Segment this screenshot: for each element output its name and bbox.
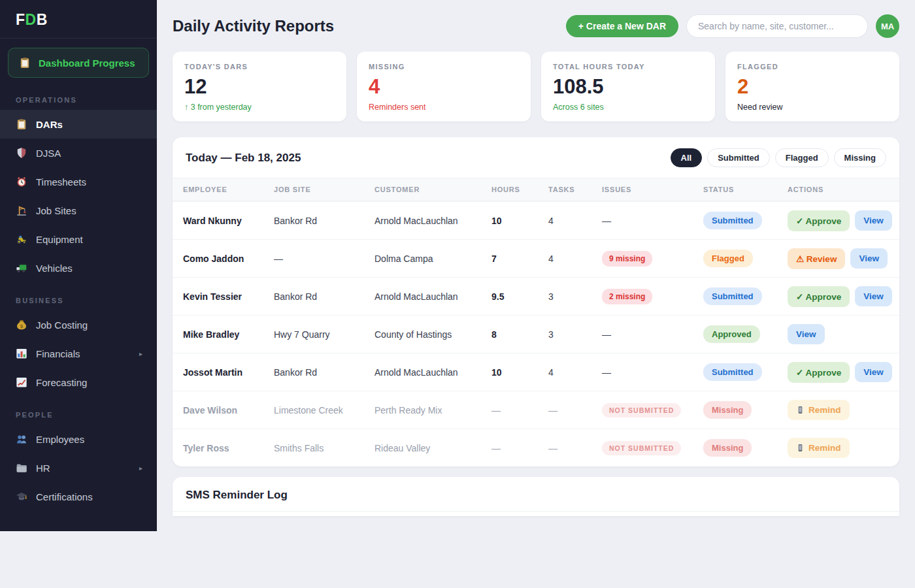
filter-all[interactable]: All — [671, 148, 703, 167]
hours-cell: 7 — [491, 253, 548, 264]
stat-value: 4 — [369, 75, 519, 99]
logo-letter-f: F — [16, 11, 25, 28]
row-actions: Remind — [788, 438, 899, 458]
hours-cell: 10 — [491, 216, 548, 226]
filter-flagged[interactable]: Flagged — [775, 148, 829, 167]
stat-subtext: Reminders sent — [369, 103, 519, 112]
approve-button[interactable]: ✓ Approve — [788, 362, 850, 383]
customer-cell: Perth Ready Mix — [374, 405, 491, 416]
status-badge: Missing — [703, 439, 752, 457]
sidebar-item-hr[interactable]: HR ▸ — [0, 453, 157, 482]
remind-button[interactable]: Remind — [788, 400, 850, 420]
customer-cell: Arnold MacLauchlan — [374, 216, 491, 226]
stat-label: FLAGGED — [737, 63, 888, 71]
sidebar-item-financials[interactable]: Financials ▸ — [0, 339, 157, 368]
remind-button[interactable]: Remind — [788, 438, 850, 458]
tasks-cell: — — [548, 443, 602, 453]
sidebar-item-vehicles[interactable]: Vehicles — [0, 253, 157, 282]
employee-name: Como Jaddon — [183, 253, 274, 264]
top-bar: Daily Activity Reports + Create a New DA… — [173, 14, 899, 38]
job-site-cell: Bankor Rd — [274, 216, 374, 226]
table-header-bar: Today — Feb 18, 2025 All Submitted Flagg… — [173, 137, 899, 178]
customer-cell: Rideau Valley — [374, 443, 491, 453]
column-header-employee: EMPLOYEE — [183, 186, 274, 193]
stat-card-flagged: FLAGGED 2 Need review — [725, 52, 899, 122]
stat-label: MISSING — [369, 63, 519, 71]
issues-badge: NOT SUBMITTED — [602, 403, 681, 417]
view-button[interactable]: View — [850, 248, 888, 269]
column-header-status: STATUS — [703, 186, 788, 193]
tasks-cell: 4 — [548, 216, 602, 226]
sidebar-item-label: Vehicles — [36, 263, 73, 274]
phone-icon — [796, 444, 805, 452]
sidebar-item-label: Forecasting — [36, 377, 87, 388]
user-avatar[interactable]: MA — [876, 14, 899, 38]
column-header-actions: ACTIONS — [788, 186, 899, 193]
dar-table-card: Today — Feb 18, 2025 All Submitted Flagg… — [173, 137, 899, 466]
sidebar-item-forecasting[interactable]: Forecasting — [0, 368, 157, 397]
dashboard-progress-button[interactable]: Dashboard Progress — [8, 48, 149, 78]
sidebar-item-label: Timesheets — [36, 176, 86, 188]
sms-reminder-log-card: SMS Reminder Log — [173, 477, 899, 516]
divider — [173, 511, 899, 512]
view-button[interactable]: View — [855, 362, 892, 382]
customer-cell: Arnold MacLauchlan — [374, 291, 491, 302]
job-site-cell: Bankor Rd — [274, 291, 374, 302]
stat-subtext: Need review — [737, 103, 888, 112]
stat-card-todays-dars: TODAY'S DARS 12 ↑ 3 from yesterday — [173, 52, 346, 122]
table-row: Como Jaddon — Dolma Campa 7 4 9 missing … — [173, 239, 899, 277]
customer-cell: Dolma Campa — [374, 253, 491, 264]
view-button[interactable]: View — [855, 286, 892, 306]
issues-badge: NOT SUBMITTED — [602, 441, 681, 455]
status-badge: Submitted — [703, 212, 762, 229]
phone-icon — [796, 406, 805, 414]
review-button[interactable]: ⚠ Review — [788, 248, 845, 269]
employee-name: Jossot Martin — [183, 367, 274, 378]
sidebar-item-timesheets[interactable]: Timesheets — [0, 167, 157, 196]
tractor-icon — [16, 233, 27, 245]
stat-value: 2 — [737, 75, 888, 99]
filter-missing[interactable]: Missing — [834, 148, 886, 167]
view-button[interactable]: View — [855, 210, 892, 231]
sidebar-item-job-sites[interactable]: Job Sites — [0, 196, 157, 225]
sidebar-item-job-costing[interactable]: $ Job Costing — [0, 310, 157, 339]
approve-button[interactable]: ✓ Approve — [788, 210, 850, 231]
chevron-right-icon: ▸ — [139, 465, 142, 472]
hours-cell: — — [491, 405, 548, 416]
employee-name: Ward Nkunny — [183, 216, 274, 226]
sidebar-item-djsa[interactable]: DJSA — [0, 139, 157, 167]
filter-submitted[interactable]: Submitted — [707, 148, 770, 167]
hours-cell: — — [491, 443, 548, 453]
status-badge: Approved — [703, 325, 760, 343]
sidebar-item-dars[interactable]: DARs — [0, 110, 157, 139]
search-input[interactable] — [686, 14, 868, 38]
stat-label: TOTAL HOURS TODAY — [553, 63, 703, 71]
column-header-tasks: TASKS — [548, 186, 602, 193]
status-badge: Submitted — [703, 363, 762, 381]
stat-subtext: ↑ 3 from yesterday — [184, 103, 335, 112]
sidebar-item-label: Certifications — [36, 491, 93, 502]
sidebar-item-equipment[interactable]: Equipment — [0, 225, 157, 253]
svg-text:$: $ — [20, 323, 23, 329]
sidebar-item-employees[interactable]: Employees — [0, 425, 157, 453]
view-button[interactable]: View — [788, 324, 825, 344]
sidebar-item-label: Job Sites — [36, 205, 76, 216]
top-bar-actions: + Create a New DAR MA — [566, 14, 899, 38]
sidebar-item-label: DARs — [36, 119, 63, 130]
clipboard-icon — [16, 118, 27, 130]
line-chart-icon — [16, 376, 27, 388]
row-actions: ✓ Approve View — [788, 362, 899, 383]
sidebar-item-label: DJSA — [36, 148, 61, 159]
tasks-cell: 4 — [548, 253, 602, 264]
issues-badge: 2 missing — [602, 289, 652, 304]
approve-button[interactable]: ✓ Approve — [788, 286, 850, 307]
stat-subtext: Across 6 sites — [553, 103, 703, 112]
create-dar-button[interactable]: + Create a New DAR — [566, 15, 678, 37]
table-row: Jossot Martin Bankor Rd Arnold MacLauchl… — [173, 353, 899, 391]
sidebar-item-certifications[interactable]: Certifications — [0, 482, 157, 511]
issues-badge: 9 missing — [602, 251, 652, 267]
issues-cell: — — [602, 329, 703, 340]
status-badge: Missing — [703, 401, 752, 419]
row-actions: ✓ Approve View — [788, 286, 899, 307]
dashboard-progress-label: Dashboard Progress — [39, 57, 135, 69]
